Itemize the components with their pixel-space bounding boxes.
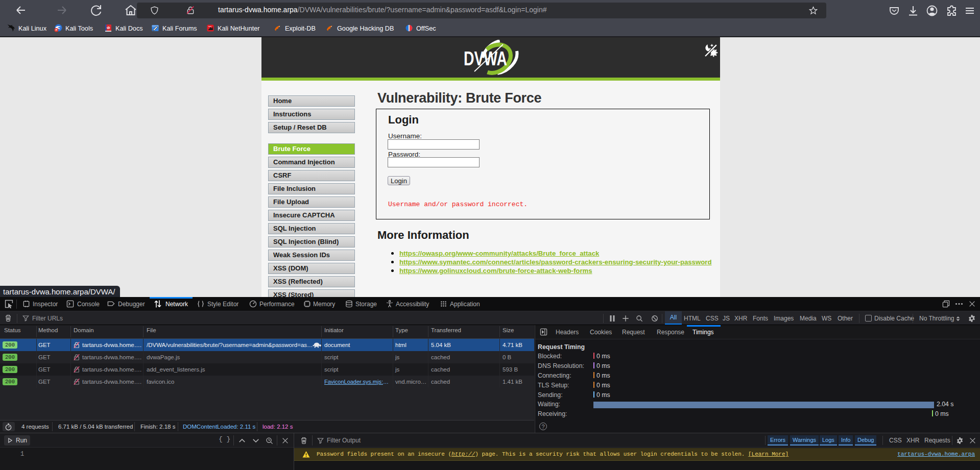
svg-text:DVWA: DVWA [464,48,507,69]
